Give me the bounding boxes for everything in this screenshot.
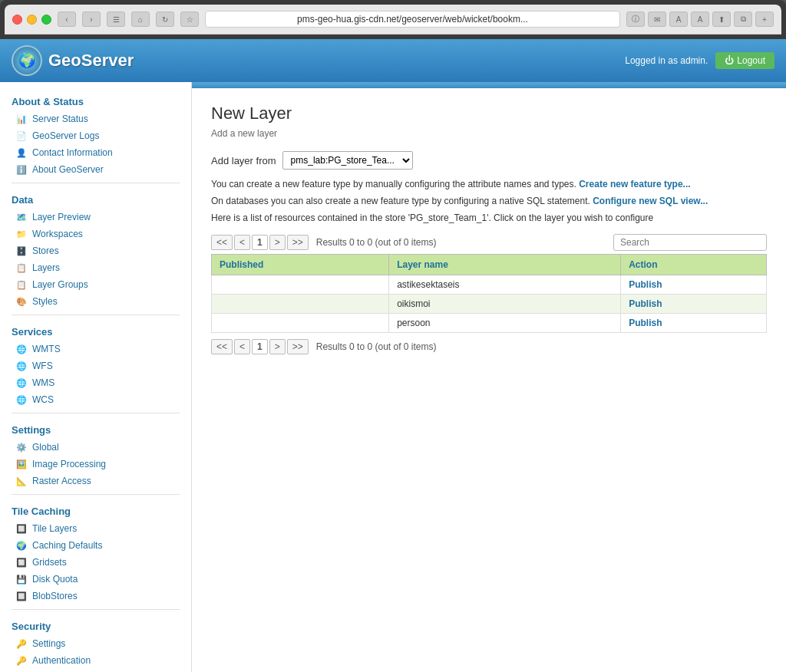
cell-action: Publish <box>621 295 767 314</box>
first-page-button[interactable]: << <box>211 235 233 250</box>
wmts-icon: 🌐 <box>15 343 28 355</box>
sidebar-item-server-status[interactable]: 📊 Server Status <box>0 110 191 127</box>
raster-access-icon: 📐 <box>15 475 28 487</box>
font-large-icon[interactable]: A <box>691 12 709 27</box>
new-tab-icon[interactable]: + <box>755 12 774 27</box>
sidebar-item-disk-quota[interactable]: 💾 Disk Quota <box>0 571 191 588</box>
publish-link[interactable]: Publish <box>629 279 662 290</box>
wms-icon: 🌐 <box>15 377 28 389</box>
logout-button[interactable]: ⏻ Logout <box>715 52 774 69</box>
sidebar-item-layer-groups[interactable]: 📋 Layer Groups <box>0 276 191 293</box>
bottom-prev-page-button[interactable]: < <box>234 339 250 354</box>
sidebar-item-styles[interactable]: 🎨 Styles <box>0 293 191 310</box>
content-header-bar <box>192 82 786 88</box>
image-processing-icon: 🖼️ <box>15 458 28 470</box>
sidebar-item-layers[interactable]: 📋 Layers <box>0 259 191 276</box>
sidebar-section-tile-caching: Tile Caching <box>0 499 191 520</box>
maximize-button[interactable] <box>41 15 51 25</box>
bottom-current-page-button[interactable]: 1 <box>252 339 268 354</box>
prev-page-button[interactable]: < <box>234 235 250 250</box>
close-button[interactable] <box>12 15 22 25</box>
layers-icon: 📋 <box>15 262 28 274</box>
caching-defaults-icon: 🌍 <box>15 539 28 552</box>
search-input[interactable] <box>613 234 767 251</box>
create-feature-type-link[interactable]: Create new feature type... <box>579 179 690 189</box>
sidebar-item-wcs[interactable]: 🌐 WCS <box>0 391 191 408</box>
bottom-last-page-button[interactable]: >> <box>287 339 309 354</box>
cell-layer-name: oikismoi <box>389 295 621 314</box>
info-text-2: On databases you can also create a new f… <box>211 194 767 208</box>
sidebar-item-blobstores[interactable]: 🔲 BlobStores <box>0 588 191 604</box>
cell-layer-name: astikesektaseis <box>389 275 621 295</box>
font-small-icon[interactable]: A <box>669 12 688 27</box>
sidebar-item-wms[interactable]: 🌐 WMS <box>0 374 191 391</box>
address-bar[interactable]: pms-geo-hua.gis-cdn.net/geoserver/web/wi… <box>205 11 620 28</box>
sidebar-item-geoserver-logs[interactable]: 📄 GeoServer Logs <box>0 127 191 144</box>
sidebar-item-layer-preview[interactable]: 🗺️ Layer Preview <box>0 209 191 226</box>
col-header-layer-name: Layer name <box>389 255 621 275</box>
divider-2 <box>12 315 180 315</box>
col-header-action: Action <box>621 255 767 275</box>
reload-button[interactable]: ↻ <box>156 12 174 27</box>
table-controls-top: << < 1 > >> Results 0 to 0 (out of 0 ite… <box>211 234 767 251</box>
minimize-button[interactable] <box>27 15 37 25</box>
pagination-top: << < 1 > >> <box>211 235 309 250</box>
sidebar-item-wfs[interactable]: 🌐 WFS <box>0 357 191 374</box>
sidebar-item-security-settings[interactable]: 🔑 Settings <box>0 635 191 652</box>
user-info: Logged in as admin. ⏻ Logout <box>625 52 774 69</box>
history-button[interactable]: ☰ <box>107 12 125 27</box>
sidebar-section-settings: Settings <box>0 418 191 439</box>
sidebar-item-raster-access[interactable]: 📐 Raster Access <box>0 473 191 489</box>
sidebar-item-global[interactable]: ⚙️ Global <box>0 439 191 456</box>
info-icon[interactable]: ⓘ <box>626 12 645 27</box>
page-subtitle: Add a new layer <box>211 128 767 139</box>
divider-4 <box>12 494 180 495</box>
sidebar-item-image-processing[interactable]: 🖼️ Image Processing <box>0 456 191 473</box>
security-settings-icon: 🔑 <box>15 637 28 650</box>
table-row: persoonPublish <box>212 314 767 333</box>
sidebar-item-gridsets[interactable]: 🔲 Gridsets <box>0 554 191 571</box>
tile-layers-icon: 🔲 <box>15 522 28 535</box>
layer-groups-icon: 📋 <box>15 278 28 291</box>
mail-icon[interactable]: ✉ <box>648 12 666 27</box>
publish-link[interactable]: Publish <box>629 298 662 309</box>
configure-sql-view-link[interactable]: Configure new SQL view... <box>593 196 708 206</box>
sidebar-item-tile-layers[interactable]: 🔲 Tile Layers <box>0 520 191 537</box>
about-icon: ℹ️ <box>15 163 28 176</box>
cell-action: Publish <box>621 275 767 295</box>
sidebar-section-security: Security <box>0 614 191 635</box>
bottom-next-page-button[interactable]: > <box>269 339 286 354</box>
bottom-first-page-button[interactable]: << <box>211 339 233 354</box>
table-row: oikismoiPublish <box>212 295 767 314</box>
disk-quota-icon: 💾 <box>15 573 28 585</box>
sidebar-item-authentication[interactable]: 🔑 Authentication <box>0 652 191 669</box>
share-icon[interactable]: ⬆ <box>712 12 731 27</box>
server-status-icon: 📊 <box>15 113 28 125</box>
app-header: 🌍 GeoServer Logged in as admin. ⏻ Logout <box>0 39 786 82</box>
sidebar-item-passwords[interactable]: 🔒 Passwords <box>0 669 191 672</box>
cell-action: Publish <box>621 314 767 333</box>
sidebar-item-contact-info[interactable]: 👤 Contact Information <box>0 144 191 161</box>
sidebar-item-wmts[interactable]: 🌐 WMTS <box>0 341 191 357</box>
publish-link[interactable]: Publish <box>629 318 662 328</box>
stores-icon: 🗄️ <box>15 245 28 257</box>
home-button[interactable]: ⌂ <box>131 12 150 27</box>
page-title: New Layer <box>211 104 767 124</box>
current-page-button[interactable]: 1 <box>252 235 268 250</box>
back-button[interactable]: ‹ <box>58 12 76 27</box>
table-row: astikesektaseisPublish <box>212 275 767 295</box>
next-page-button[interactable]: > <box>269 235 286 250</box>
tabs-icon[interactable]: ⧉ <box>734 12 752 27</box>
sidebar-item-stores[interactable]: 🗄️ Stores <box>0 242 191 259</box>
store-select[interactable]: pms_lab:PG_store_Tea... <box>282 151 413 170</box>
last-page-button[interactable]: >> <box>287 235 309 250</box>
forward-button[interactable]: › <box>82 12 101 27</box>
sidebar-item-caching-defaults[interactable]: 🌍 Caching Defaults <box>0 537 191 554</box>
sidebar-item-about-geoserver[interactable]: ℹ️ About GeoServer <box>0 161 191 178</box>
add-layer-row: Add layer from pms_lab:PG_store_Tea... <box>211 151 767 170</box>
sidebar-section-data: Data <box>0 188 191 209</box>
logo-text: GeoServer <box>48 51 134 71</box>
sidebar-item-workspaces[interactable]: 📁 Workspaces <box>0 226 191 242</box>
main-content: New Layer Add a new layer Add layer from… <box>192 82 786 672</box>
bookmark-button[interactable]: ☆ <box>180 12 199 27</box>
